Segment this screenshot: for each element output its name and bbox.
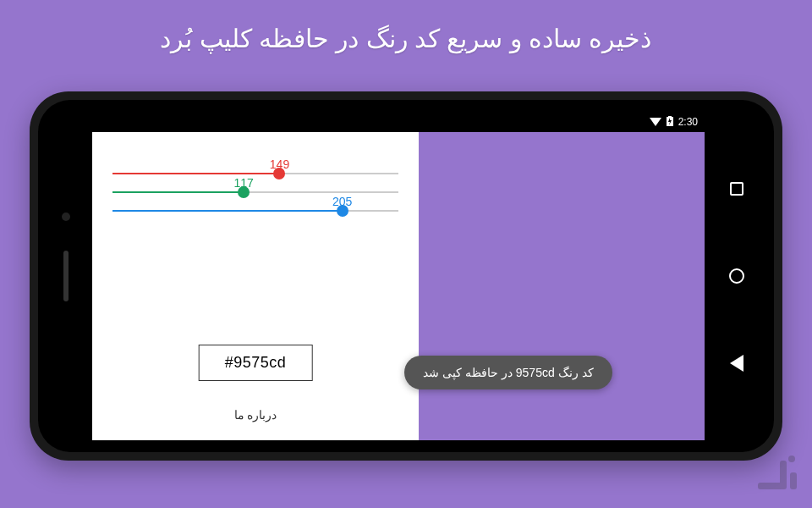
slider-green-fill <box>112 191 244 193</box>
slider-red-fill <box>112 173 279 174</box>
svg-rect-2 <box>758 483 783 489</box>
slider-green[interactable]: 117 <box>112 191 398 193</box>
svg-point-5 <box>788 456 795 462</box>
slider-green-thumb[interactable] <box>238 186 250 198</box>
wifi-icon <box>650 116 661 129</box>
back-button[interactable] <box>727 354 746 373</box>
slider-red-thumb[interactable] <box>273 168 285 179</box>
slider-blue-fill <box>112 210 343 212</box>
slider-blue-thumb[interactable] <box>337 205 348 217</box>
about-link[interactable]: درباره ما <box>92 408 419 422</box>
hex-code-box[interactable]: #9575cd <box>199 345 313 381</box>
phone-speaker <box>63 251 69 301</box>
slider-blue[interactable]: 205 <box>112 210 398 212</box>
phone-body: 2:30 149 117 <box>38 100 774 452</box>
phone-frame: 2:30 149 117 <box>30 91 782 461</box>
battery-icon <box>667 116 673 129</box>
status-time: 2:30 <box>678 116 698 128</box>
svg-rect-3 <box>780 461 787 489</box>
android-nav-bar <box>713 112 760 440</box>
app-content: 149 117 205 <box>92 132 705 440</box>
home-button[interactable] <box>727 267 746 285</box>
watermark-icon <box>749 445 800 496</box>
svg-rect-1 <box>668 116 672 118</box>
controls-panel: 149 117 205 <box>92 132 419 440</box>
svg-rect-4 <box>790 472 797 489</box>
device-screen: 2:30 149 117 <box>92 112 705 440</box>
copy-toast: کد رنگ 9575cd در حافظه کپی شد <box>404 356 612 389</box>
status-bar: 2:30 <box>92 112 705 132</box>
recent-apps-button[interactable] <box>727 179 746 198</box>
headline: ذخیره ساده و سریع کد رنگ در حافظه کلیپ ب… <box>0 0 812 70</box>
color-preview <box>419 132 705 440</box>
slider-red[interactable]: 149 <box>112 173 398 174</box>
phone-camera <box>62 213 70 221</box>
